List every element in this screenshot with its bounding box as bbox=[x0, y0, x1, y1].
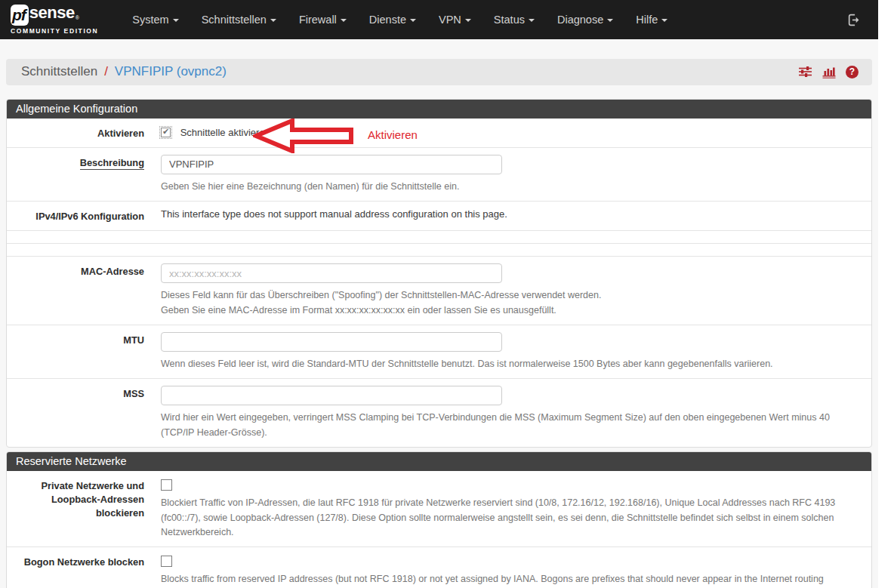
row-empty-1 bbox=[7, 231, 871, 244]
mtu-input[interactable] bbox=[161, 332, 502, 352]
mtu-help: Wenn dieses Feld leer ist, wird die Stan… bbox=[161, 357, 849, 371]
ip-config-text: This interface type does not support man… bbox=[161, 208, 507, 220]
ip-config-label: IPv4/IPv6 Konfiguration bbox=[7, 208, 144, 223]
row-mac-address: MAC-Adresse Dieses Feld kann für das Übe… bbox=[7, 257, 871, 325]
description-input[interactable] bbox=[161, 155, 502, 174]
menu-item-vpn[interactable]: VPN bbox=[427, 14, 482, 26]
chevron-down-icon bbox=[529, 19, 535, 22]
row-mtu: MTU Wenn dieses Feld leer ist, wird die … bbox=[7, 325, 871, 379]
menu-item-schnittstellen[interactable]: Schnittstellen bbox=[190, 14, 288, 26]
row-block-private: Private Netzwerke und Loopback-Adressen … bbox=[7, 471, 871, 547]
chevron-down-icon bbox=[465, 19, 471, 22]
breadcrumb-separator: / bbox=[104, 64, 108, 79]
sliders-icon[interactable] bbox=[798, 66, 812, 78]
chevron-down-icon bbox=[270, 19, 276, 22]
row-description: Beschreibung Geben Sie hier eine Bezeich… bbox=[7, 148, 871, 202]
menu-item-firewall[interactable]: Firewall bbox=[288, 14, 358, 26]
enable-checkbox[interactable] bbox=[161, 128, 171, 137]
panel-reserved-title: Reservierte Netzwerke bbox=[7, 452, 871, 471]
mac-label: MAC-Adresse bbox=[7, 263, 144, 318]
block-bogon-label: Bogon Netzwerke blocken bbox=[7, 554, 144, 588]
top-navbar: pfsense® COMMUNITY EDITION System Schnit… bbox=[0, 0, 878, 39]
breadcrumb-section: Schnittstellen bbox=[21, 64, 97, 79]
mss-label: MSS bbox=[7, 386, 144, 440]
annotation-text: Aktivieren bbox=[368, 128, 418, 144]
breadcrumb: Schnittstellen / VPNFIPIP (ovpnc2) bbox=[6, 59, 872, 85]
chevron-down-icon bbox=[661, 19, 667, 22]
logout-icon[interactable] bbox=[847, 14, 860, 26]
logo-pf: pf bbox=[11, 5, 29, 26]
block-private-help: Blockiert Traffic von IP-Adressen, die l… bbox=[161, 496, 849, 540]
annotation-arrow-group: Aktivieren bbox=[253, 119, 418, 153]
chevron-down-icon bbox=[173, 19, 179, 22]
block-bogon-checkbox[interactable] bbox=[161, 556, 172, 567]
page: pfsense® COMMUNITY EDITION System Schnit… bbox=[0, 0, 878, 588]
row-enable: Aktivieren Schnittelle aktivieren Aktivi… bbox=[7, 119, 871, 148]
menu-item-system[interactable]: System bbox=[121, 14, 190, 26]
menu-item-status[interactable]: Status bbox=[482, 14, 546, 26]
menu-item-hilfe[interactable]: Hilfe bbox=[624, 14, 679, 26]
block-bogon-help-line1: Blocks traffic from reserved IP addresse… bbox=[161, 572, 849, 588]
panel-reserved-networks: Reservierte Netzwerke Private Netzwerke … bbox=[6, 451, 872, 588]
description-label: Beschreibung bbox=[80, 157, 144, 170]
menu-item-dienste[interactable]: Dienste bbox=[358, 14, 427, 26]
logo-sense: sense bbox=[29, 5, 75, 21]
chevron-down-icon bbox=[410, 19, 416, 22]
mac-help-line1: Dieses Feld kann für das Überschreiben (… bbox=[161, 288, 849, 303]
chevron-down-icon bbox=[341, 19, 347, 22]
pfsense-logo[interactable]: pfsense® COMMUNITY EDITION bbox=[11, 5, 98, 35]
help-icon[interactable]: ? bbox=[846, 66, 859, 79]
block-private-label: Private Netzwerke und Loopback-Adressen … bbox=[7, 478, 144, 540]
chevron-down-icon bbox=[607, 19, 613, 22]
menu-item-diagnose[interactable]: Diagnose bbox=[546, 14, 624, 26]
logo-registered-mark: ® bbox=[76, 15, 79, 20]
description-help: Geben Sie hier eine Bezeichnung (den Nam… bbox=[161, 180, 849, 194]
enable-label: Aktivieren bbox=[7, 125, 144, 140]
mss-input[interactable] bbox=[161, 386, 502, 405]
mac-help-line2: Geben Sie eine MAC-Adresse im Format xx:… bbox=[161, 303, 849, 318]
mtu-label: MTU bbox=[7, 332, 144, 371]
logo-edition: COMMUNITY EDITION bbox=[11, 28, 98, 35]
panel-general-configuration: Allgemeine Konfiguration Aktivieren Schn… bbox=[6, 99, 872, 448]
block-private-checkbox[interactable] bbox=[161, 479, 172, 491]
panel-general-title: Allgemeine Konfiguration bbox=[7, 100, 871, 119]
left-arrow-annotation-icon bbox=[253, 119, 354, 153]
breadcrumb-page-link[interactable]: VPNFIPIP (ovpnc2) bbox=[115, 64, 227, 79]
row-mss: MSS Wird hier ein Wert eingegeben, verri… bbox=[7, 379, 871, 447]
status-graph-icon[interactable] bbox=[822, 66, 836, 79]
row-empty-2 bbox=[7, 244, 871, 257]
main-menu: System Schnittstellen Firewall Dienste V… bbox=[121, 14, 679, 26]
mss-help: Wird hier ein Wert eingegeben, verringer… bbox=[161, 411, 849, 440]
row-ip-configuration: IPv4/IPv6 Konfiguration This interface t… bbox=[7, 202, 871, 231]
mac-input[interactable] bbox=[161, 263, 502, 283]
row-block-bogon: Bogon Netzwerke blocken Blocks traffic f… bbox=[7, 547, 871, 588]
